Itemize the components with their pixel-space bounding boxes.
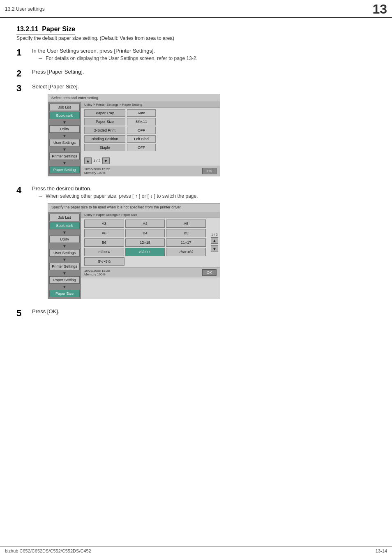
sidebar-job-list-1[interactable]: Job List <box>49 104 80 111</box>
sidebar-utility-2[interactable]: Utility <box>49 236 80 243</box>
sidebar-dot-4: ▼ <box>49 161 80 165</box>
sidebar-paper-setting-2[interactable]: Paper Setting <box>49 276 80 284</box>
paper-size-7hx10h[interactable]: 7¼×10½ <box>166 248 206 256</box>
sidebar-dot-5: ▼ <box>49 230 80 235</box>
grid-row-1: A3 A4 A5 <box>84 220 206 228</box>
table-row: Paper Size 8½×11 <box>84 118 217 125</box>
step-1-arrow: → For details on displaying the User Set… <box>38 56 376 61</box>
step-2-text: Press [Paper Setting]. <box>32 69 376 75</box>
page-side-controls: 1 / 2 ▲ ▼ <box>209 218 220 267</box>
paper-size-a5[interactable]: A5 <box>166 220 206 228</box>
paper-size-a6[interactable]: A6 <box>84 229 124 237</box>
step-4-arrow: → When selecting other paper size, press… <box>38 193 376 199</box>
page-side-number: 1 / 2 <box>211 233 218 236</box>
section-label: 13.2 User settings <box>5 6 45 12</box>
ui-footer-info-1: 10/06/2008 15:27 Memory 100% <box>84 167 110 175</box>
ui-sidebar-1: Job List Bookmark ▼ Utility ▼ User Setti… <box>48 102 81 176</box>
row-value-2sided: OFF <box>127 127 156 134</box>
main-content: 13.2.11 Paper Size Specify the default p… <box>0 18 392 331</box>
footer-memory-2: Memory 100% <box>84 273 110 276</box>
paper-size-11x17[interactable]: 11×17 <box>166 238 206 247</box>
step-1-text: In the User Settings screen, press [Prin… <box>32 48 376 54</box>
page-down-button-2[interactable]: ▼ <box>211 245 218 252</box>
sidebar-dot-9: ▼ <box>49 284 80 289</box>
ok-button-2[interactable]: OK <box>202 269 217 276</box>
sidebar-paper-setting-1[interactable]: Paper Setting <box>49 166 80 173</box>
paper-size-grid: A3 A4 A5 A6 B4 B5 B6 <box>81 218 209 267</box>
page-down-button-1[interactable]: ▼ <box>102 157 110 164</box>
grid-row-3: B6 12×18 11×17 <box>84 238 206 247</box>
paper-size-5hx8h[interactable]: 5½×8½ <box>84 257 125 266</box>
sidebar-dot-3: ▼ <box>49 147 80 152</box>
grid-empty <box>126 257 206 266</box>
table-row: Staple OFF <box>84 144 217 151</box>
section-description: Specify the default paper size setting. … <box>16 35 376 41</box>
sidebar-user-settings-1[interactable]: User Settings <box>49 139 80 146</box>
paper-size-b4[interactable]: B4 <box>125 229 165 237</box>
ok-button-1[interactable]: OK <box>202 168 217 174</box>
ui-inner-2: Job List Bookmark ▼ Utility ▼ User Setti… <box>48 212 220 299</box>
row-label-binding: Binding Position <box>84 135 125 143</box>
paper-size-b6[interactable]: B6 <box>84 238 124 247</box>
ui-breadcrumb-2: Utility > Paper Settings > Paper Size <box>81 212 220 218</box>
section-heading: 13.2.11 Paper Size <box>16 25 75 35</box>
ui-main-panel-1: Utility > Printer Settings > Paper Setti… <box>81 102 220 176</box>
chapter-number: 13 <box>372 2 387 16</box>
ui-pagination-1: ▲ 1 / 2 ▼ <box>81 156 220 166</box>
arrow-icon-2: → <box>38 193 43 199</box>
step-number-2: 2 <box>16 69 32 79</box>
footer-time-2: 10/06/2008 15:28 <box>84 269 110 273</box>
paper-size-b5[interactable]: B5 <box>166 229 206 237</box>
sidebar-bookmark-2[interactable]: Bookmark <box>49 222 80 229</box>
step-3-text: Select [Paper Size]. <box>32 83 376 90</box>
step-1-content: In the User Settings screen, press [Prin… <box>32 48 376 64</box>
grid-row-5: 5½×8½ <box>84 257 206 266</box>
page-footer: bizhub C652/C652DS/C552/C552DS/C452 13-1… <box>0 546 392 555</box>
step-5-content: Press [OK]. <box>32 308 376 316</box>
step-2-content: Press [Paper Setting]. <box>32 69 376 76</box>
sidebar-printer-settings-1[interactable]: Printer Settings <box>49 153 80 160</box>
paper-size-a3[interactable]: A3 <box>84 220 124 228</box>
sidebar-utility-1[interactable]: Utility <box>49 125 80 133</box>
page-up-button-2[interactable]: ▲ <box>211 237 218 244</box>
step-number-4: 4 <box>16 185 32 195</box>
sidebar-dot-8: ▼ <box>49 271 80 275</box>
row-value-paper-size: 8½×11 <box>127 118 156 125</box>
table-row: 2-Sided Print OFF <box>84 127 217 134</box>
footer-memory-1: Memory 100% <box>84 171 110 175</box>
ui-top-message-1: Select item and enter setting. <box>48 94 220 102</box>
footer-page-number: 13-14 <box>376 548 387 553</box>
paper-size-8hx14[interactable]: 8½×14 <box>84 248 124 256</box>
sidebar-dot-2: ▼ <box>49 134 80 138</box>
row-label-2sided: 2-Sided Print <box>84 127 125 134</box>
row-value-staple: OFF <box>127 144 156 151</box>
ui-footer-2: 10/06/2008 15:28 Memory 100% OK <box>81 267 220 278</box>
sidebar-job-list-2[interactable]: Job List <box>49 214 80 221</box>
ui-inner-1: Job List Bookmark ▼ Utility ▼ User Setti… <box>48 102 220 176</box>
step-4-text: Press the desired button. <box>32 185 376 192</box>
ui-sidebar-2: Job List Bookmark ▼ Utility ▼ User Setti… <box>48 212 81 299</box>
sidebar-paper-size-2[interactable]: Paper Size <box>49 290 80 297</box>
paper-size-a4[interactable]: A4 <box>125 220 165 228</box>
ui-footer-info-2: 10/06/2008 15:28 Memory 100% <box>84 269 110 276</box>
step-number-5: 5 <box>16 308 32 318</box>
step-5: 5 Press [OK]. <box>16 308 376 318</box>
printer-ui-screen2: Specify the paper size to be used when i… <box>48 203 220 299</box>
step-4: 4 Press the desired button. → When selec… <box>16 185 376 303</box>
grid-with-pagination: A3 A4 A5 A6 B4 B5 B6 <box>81 218 220 267</box>
page-number-1: 1 / 2 <box>93 159 101 163</box>
paper-size-12x18[interactable]: 12×18 <box>125 238 165 247</box>
sidebar-dot-6: ▼ <box>49 244 80 248</box>
paper-size-8hx11[interactable]: 8½×11 <box>125 248 165 256</box>
arrow-icon: → <box>38 56 43 61</box>
sidebar-dot-7: ▼ <box>49 257 80 262</box>
grid-row-2: A6 B4 B5 <box>84 229 206 237</box>
step-2: 2 Press [Paper Setting]. <box>16 69 376 79</box>
ui-top-message-2: Specify the paper size to be used when i… <box>48 204 220 212</box>
step-1: 1 In the User Settings screen, press [Pr… <box>16 48 376 64</box>
sidebar-bookmark-1[interactable]: Bookmark <box>49 112 80 119</box>
page-up-button-1[interactable]: ▲ <box>84 157 92 164</box>
sidebar-printer-settings-2[interactable]: Printer Settings <box>49 263 80 270</box>
row-label-staple: Staple <box>84 144 125 151</box>
sidebar-user-settings-2[interactable]: User Settings <box>49 249 80 257</box>
